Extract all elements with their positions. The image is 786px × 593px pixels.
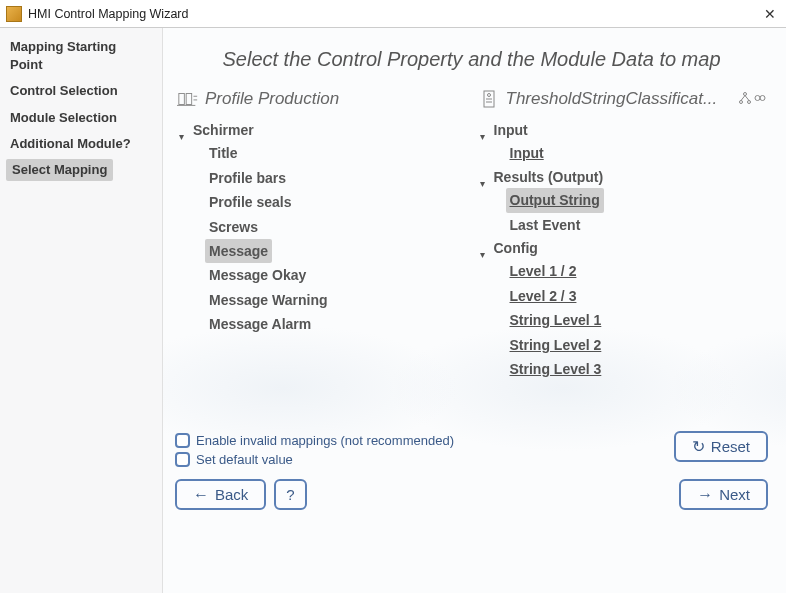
module-icon [478, 90, 500, 108]
tree-root-label: Schirmer [193, 119, 254, 141]
svg-point-10 [740, 100, 743, 103]
wizard-step-0[interactable]: Mapping Starting Point [0, 34, 162, 78]
help-button[interactable]: ? [274, 479, 306, 510]
next-label: Next [719, 486, 750, 503]
tree-node-root[interactable]: Schirmer [179, 119, 468, 141]
module-data-item[interactable]: Input [506, 141, 548, 165]
checkbox-icon [175, 452, 190, 467]
back-label: Back [215, 486, 248, 503]
module-data-item[interactable]: Level 2 / 3 [506, 284, 581, 308]
control-property-tree: SchirmerTitleProfile barsProfile sealsSc… [175, 119, 468, 337]
module-data-tree: InputInputResults (Output)Output StringL… [476, 119, 769, 381]
module-data-item[interactable]: String Level 2 [506, 333, 606, 357]
wizard-step-1[interactable]: Control Selection [0, 78, 162, 104]
page-title: Select the Control Property and the Modu… [175, 48, 768, 71]
svg-point-14 [755, 95, 760, 100]
app-icon [6, 6, 22, 22]
property-item[interactable]: Profile bars [205, 166, 290, 190]
caret-down-icon [179, 125, 189, 135]
wizard-step-3[interactable]: Additional Module? [0, 131, 162, 157]
svg-rect-0 [179, 94, 185, 105]
svg-line-13 [745, 95, 749, 100]
module-data-item[interactable]: Output String [506, 188, 604, 212]
property-item[interactable]: Screws [205, 215, 262, 239]
link-icon[interactable] [754, 92, 766, 107]
property-item[interactable]: Title [205, 141, 242, 165]
reset-icon: ↻ [692, 439, 705, 455]
svg-rect-1 [186, 94, 192, 105]
svg-point-6 [487, 94, 490, 97]
enable-invalid-mappings-checkbox[interactable]: Enable invalid mappings (not recommended… [175, 431, 674, 450]
control-property-panel: Profile Production SchirmerTitleProfile … [175, 89, 468, 419]
svg-point-9 [744, 92, 747, 95]
set-default-value-checkbox[interactable]: Set default value [175, 450, 674, 469]
titlebar: HMI Control Mapping Wizard ✕ [0, 0, 786, 28]
set-default-label: Set default value [196, 452, 293, 467]
checkbox-icon [175, 433, 190, 448]
module-data-item[interactable]: Level 1 / 2 [506, 259, 581, 283]
arrow-left-icon: ← [193, 487, 209, 503]
property-item[interactable]: Message [205, 239, 272, 263]
reset-label: Reset [711, 438, 750, 455]
tree-group[interactable]: Results (Output) [480, 166, 769, 188]
svg-point-11 [748, 100, 751, 103]
module-data-panel: ThresholdStringClassificat... InputInput… [476, 89, 769, 419]
module-data-item[interactable]: String Level 3 [506, 357, 606, 381]
property-item[interactable]: Profile seals [205, 190, 296, 214]
wizard-steps-sidebar: Mapping Starting PointControl SelectionM… [0, 28, 163, 593]
window-title: HMI Control Mapping Wizard [28, 7, 760, 21]
property-item[interactable]: Message Okay [205, 263, 310, 287]
tree-group-label: Input [494, 119, 528, 141]
tree-group[interactable]: Config [480, 237, 769, 259]
caret-down-icon [480, 125, 490, 135]
enable-invalid-label: Enable invalid mappings (not recommended… [196, 433, 454, 448]
arrow-right-icon: → [697, 487, 713, 503]
svg-point-15 [760, 95, 765, 100]
back-button[interactable]: ← Back [175, 479, 266, 510]
tree-group-label: Results (Output) [494, 166, 604, 188]
caret-down-icon [480, 243, 490, 253]
wizard-step-2[interactable]: Module Selection [0, 105, 162, 131]
tree-group[interactable]: Input [480, 119, 769, 141]
reset-button[interactable]: ↻ Reset [674, 431, 768, 462]
module-data-item[interactable]: Last Event [506, 213, 585, 237]
help-label: ? [286, 486, 294, 503]
svg-line-12 [741, 95, 745, 100]
wizard-step-4[interactable]: Select Mapping [6, 159, 113, 181]
caret-down-icon [480, 172, 490, 182]
property-item[interactable]: Message Warning [205, 288, 332, 312]
tree-group-label: Config [494, 237, 538, 259]
hierarchy-icon[interactable] [739, 92, 751, 107]
module-header-label: ThresholdStringClassificat... [506, 89, 734, 109]
next-button[interactable]: → Next [679, 479, 768, 510]
profile-icon [177, 90, 199, 108]
property-item[interactable]: Message Alarm [205, 312, 315, 336]
module-data-item[interactable]: String Level 1 [506, 308, 606, 332]
control-header-label: Profile Production [205, 89, 466, 109]
close-icon[interactable]: ✕ [760, 6, 780, 22]
